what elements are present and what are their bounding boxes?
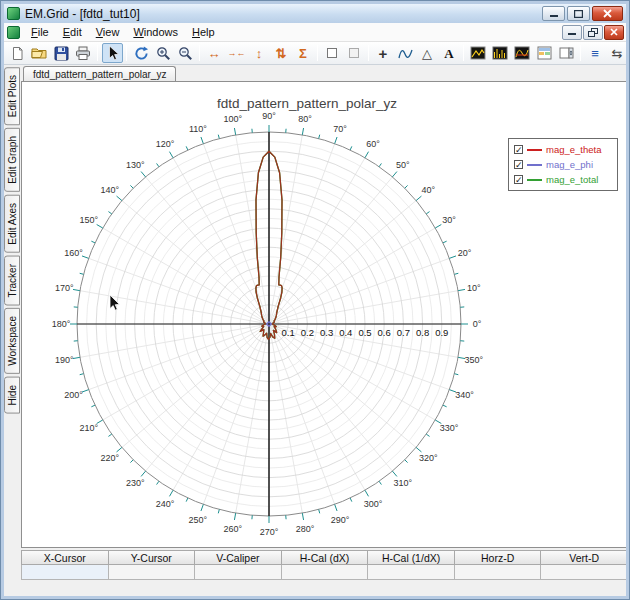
status-value-cell[interactable] bbox=[454, 565, 542, 580]
status-value-cell[interactable] bbox=[540, 565, 626, 580]
spin-box-icon bbox=[559, 46, 574, 60]
spectrum-tool-button[interactable] bbox=[512, 43, 533, 63]
add-text-button[interactable]: A bbox=[439, 43, 460, 63]
swap-arrows-icon: ⇆ bbox=[612, 47, 623, 60]
window-title: EM.Grid - [fdtd_tut10] bbox=[25, 7, 542, 21]
side-tab-hide[interactable]: Hide bbox=[4, 377, 20, 414]
mdi-restore-button[interactable] bbox=[583, 25, 603, 40]
svg-text:120°: 120° bbox=[156, 139, 175, 149]
print-button[interactable] bbox=[73, 43, 94, 63]
svg-text:0.1: 0.1 bbox=[282, 327, 295, 338]
minimize-button[interactable] bbox=[542, 6, 565, 21]
svg-text:170°: 170° bbox=[55, 283, 74, 293]
expand-vertical-button[interactable]: ↕ bbox=[249, 43, 270, 63]
select-button[interactable] bbox=[102, 43, 123, 63]
toolbar-separator bbox=[199, 45, 200, 61]
black-waveform-icon bbox=[492, 46, 508, 60]
status-value-cell[interactable] bbox=[367, 565, 455, 580]
side-tab-strip: Edit PlotsEdit GraphEdit AxesTrackerWork… bbox=[4, 67, 21, 596]
legend-item-mag_e_phi: ✓mag_e_phi bbox=[514, 157, 612, 172]
side-tab-tracker[interactable]: Tracker bbox=[4, 256, 20, 306]
save-button[interactable] bbox=[51, 43, 72, 63]
mdi-close-button[interactable] bbox=[604, 25, 624, 40]
legend-checkbox-mag_e_total[interactable]: ✓ bbox=[514, 175, 523, 184]
status-col-x-cursor: X-Cursor bbox=[21, 550, 109, 565]
side-tab-workspace[interactable]: Workspace bbox=[4, 308, 20, 374]
toolbar-separator bbox=[97, 45, 98, 61]
svg-text:110°: 110° bbox=[189, 124, 207, 134]
maximize-button[interactable] bbox=[567, 6, 590, 21]
expand-horizontal-button[interactable]: ↔ bbox=[204, 43, 225, 63]
menu-windows[interactable]: Windows bbox=[126, 24, 185, 40]
shrink-horizontal-button[interactable]: →← bbox=[226, 43, 248, 63]
fft-tool-button[interactable] bbox=[490, 43, 511, 63]
side-tab-edit-axes[interactable]: Edit Axes bbox=[4, 195, 20, 253]
status-value-cell[interactable] bbox=[281, 565, 369, 580]
add-marker-button[interactable]: + bbox=[373, 43, 394, 63]
status-value-cell[interactable] bbox=[108, 565, 196, 580]
swap-axes-button[interactable]: ⇆ bbox=[607, 43, 627, 63]
svg-text:0.7: 0.7 bbox=[397, 327, 410, 338]
zoom-in-button[interactable] bbox=[153, 43, 174, 63]
close-button[interactable] bbox=[592, 6, 623, 21]
svg-text:270°: 270° bbox=[260, 527, 279, 537]
svg-text:40°: 40° bbox=[421, 185, 435, 195]
color-grid-icon bbox=[537, 46, 552, 60]
marker-box-button[interactable] bbox=[322, 43, 343, 63]
workspace: Edit PlotsEdit GraphEdit AxesTrackerWork… bbox=[4, 65, 626, 596]
status-value-row bbox=[21, 565, 626, 580]
status-value-cell[interactable] bbox=[21, 565, 109, 580]
menu-help[interactable]: Help bbox=[185, 24, 222, 40]
menu-file[interactable]: File bbox=[24, 24, 56, 40]
refresh-arrows-icon bbox=[134, 46, 149, 61]
svg-text:280°: 280° bbox=[296, 524, 315, 534]
status-col-v-caliper: V-Caliper bbox=[194, 550, 282, 565]
status-col-h-cal-1-dx-: H-Cal (1/dX) bbox=[367, 550, 455, 565]
list-view-button[interactable]: ≡ bbox=[585, 43, 606, 63]
status-col-vert-d: Vert-D bbox=[540, 550, 626, 565]
svg-text:210°: 210° bbox=[80, 423, 99, 433]
svg-text:230°: 230° bbox=[126, 478, 145, 488]
plus-icon: + bbox=[379, 46, 388, 61]
menu-edit[interactable]: Edit bbox=[56, 24, 89, 40]
mdi-minimize-icon bbox=[568, 28, 576, 36]
h-shrink-arrows-icon: →← bbox=[228, 49, 246, 58]
letter-a-icon: A bbox=[444, 47, 453, 60]
add-curve-button[interactable] bbox=[395, 43, 416, 63]
svg-text:20°: 20° bbox=[458, 248, 472, 258]
zoom-out-button[interactable] bbox=[175, 43, 196, 63]
svg-text:100°: 100° bbox=[224, 114, 243, 124]
shrink-vertical-button[interactable]: ⇅ bbox=[271, 43, 292, 63]
status-col-y-cursor: Y-Cursor bbox=[108, 550, 196, 565]
status-col-horz-d: Horz-D bbox=[454, 550, 542, 565]
legend-checkbox-mag_e_theta[interactable]: ✓ bbox=[514, 145, 523, 154]
open-button[interactable] bbox=[29, 43, 50, 63]
marker-box-light-button[interactable] bbox=[344, 43, 365, 63]
mdi-close-icon bbox=[610, 28, 618, 36]
autoscale-button[interactable]: Σ bbox=[293, 43, 314, 63]
menu-view[interactable]: View bbox=[89, 24, 127, 40]
full-view-button[interactable] bbox=[131, 43, 152, 63]
mdi-minimize-button[interactable] bbox=[562, 25, 582, 40]
legend-label: mag_e_phi bbox=[546, 159, 593, 170]
table-tool-button[interactable] bbox=[534, 43, 555, 63]
v-shrink-arrows-icon: ⇅ bbox=[276, 47, 287, 60]
magnifier-plus-icon bbox=[156, 46, 171, 61]
legend-label: mag_e_theta bbox=[546, 144, 601, 155]
legend-item-mag_e_total: ✓mag_e_total bbox=[514, 172, 612, 187]
image-tool-button[interactable] bbox=[468, 43, 489, 63]
status-col-h-cal-dx-: H-Cal (dX) bbox=[281, 550, 369, 565]
legend-item-mag_e_theta: ✓mag_e_theta bbox=[514, 142, 612, 157]
toolbar-separator bbox=[463, 45, 464, 61]
legend-checkbox-mag_e_phi[interactable]: ✓ bbox=[514, 160, 523, 169]
stepper-tool-button[interactable] bbox=[556, 43, 577, 63]
menu-items: FileEditViewWindowsHelp bbox=[24, 24, 222, 40]
side-tab-edit-graph[interactable]: Edit Graph bbox=[4, 128, 20, 192]
black-spectrum-icon bbox=[514, 46, 530, 60]
side-tab-edit-plots[interactable]: Edit Plots bbox=[4, 67, 20, 125]
status-value-cell[interactable] bbox=[194, 565, 282, 580]
add-shape-button[interactable]: △ bbox=[417, 43, 438, 63]
document-tab[interactable]: fdtd_pattern_pattern_polar_yz bbox=[23, 66, 176, 81]
new-button[interactable] bbox=[7, 43, 28, 63]
plot-area[interactable]: 0°10°20°30°40°50°60°70°80°90°100°110°120… bbox=[21, 81, 626, 548]
